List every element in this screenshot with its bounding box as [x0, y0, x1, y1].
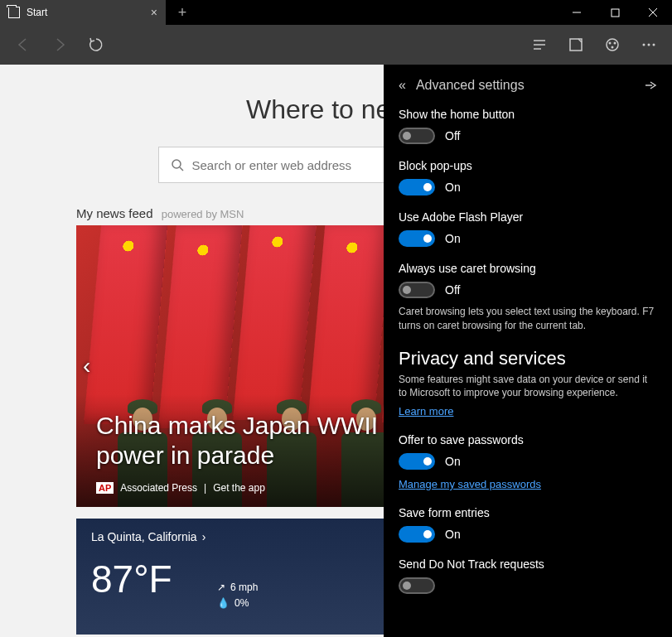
toggle-switch[interactable]: [399, 128, 435, 144]
toggle-switch[interactable]: [399, 453, 435, 470]
hero-prev-button[interactable]: ‹: [83, 353, 90, 379]
toolbar: [0, 25, 672, 65]
toggle-state: Off: [445, 129, 460, 142]
svg-point-9: [607, 39, 618, 51]
setting-a0: Show the home buttonOff: [399, 108, 657, 144]
learn-more-link[interactable]: Learn more: [399, 405, 453, 417]
new-tab-button[interactable]: +: [166, 0, 199, 25]
droplet-icon: 💧: [217, 596, 230, 611]
setting-label: Offer to save passwords: [399, 433, 657, 446]
hero-source: Associated Press: [120, 482, 197, 494]
chevron-right-icon: ›: [202, 530, 206, 543]
setting-a3: Always use caret browsingOffCaret browsi…: [399, 262, 657, 333]
setting-label: Block pop-ups: [399, 159, 657, 172]
search-icon: [171, 158, 184, 171]
setting-link[interactable]: Manage my saved passwords: [399, 478, 541, 490]
toggle-switch[interactable]: [399, 577, 435, 594]
share-button[interactable]: [596, 28, 629, 61]
svg-point-14: [648, 44, 650, 46]
toggle-switch[interactable]: [399, 179, 435, 195]
setting-label: Always use caret browsing: [399, 262, 657, 275]
toggle-switch[interactable]: [399, 230, 435, 247]
refresh-button[interactable]: [80, 28, 113, 61]
window-controls: [558, 0, 672, 25]
tab-title: Start: [27, 7, 47, 18]
feed-label: My news feed: [76, 206, 153, 220]
toggle-state: Off: [445, 283, 460, 297]
back-button[interactable]: [7, 28, 40, 61]
setting-a2: Use Adobe Flash PlayerOn: [399, 210, 657, 247]
feed-powered-by: powered by MSN: [162, 208, 244, 220]
toggle-state: On: [445, 528, 461, 541]
setting-b0: Offer to save passwordsOnManage my saved…: [399, 433, 657, 491]
setting-label: Show the home button: [399, 108, 657, 121]
svg-point-12: [612, 46, 614, 49]
panel-title: Advanced settings: [416, 78, 525, 93]
toggle-state: On: [445, 455, 461, 468]
svg-rect-1: [612, 9, 619, 17]
svg-point-13: [643, 44, 645, 46]
svg-point-15: [653, 44, 655, 46]
maximize-button[interactable]: [596, 0, 634, 25]
privacy-section-title: Privacy and services: [399, 348, 657, 369]
setting-label: Send Do Not Track requests: [399, 557, 657, 571]
panel-header: « Advanced settings: [399, 78, 657, 93]
forward-button[interactable]: [43, 28, 76, 61]
privacy-section-desc: Some features might save data on your de…: [399, 373, 657, 401]
reading-view-button[interactable]: [523, 28, 556, 61]
setting-label: Use Adobe Flash Player: [399, 210, 657, 224]
close-window-button[interactable]: [634, 0, 672, 25]
weather-card[interactable]: La Quinta, California › 87°F ↗6 mph 💧0%: [76, 519, 386, 635]
svg-point-11: [614, 42, 616, 45]
toggle-state: On: [445, 181, 461, 194]
browser-tab[interactable]: Start ×: [0, 0, 166, 25]
get-app-link[interactable]: Get the app: [213, 482, 265, 494]
source-badge: AP: [96, 482, 114, 494]
settings-panel: « Advanced settings Show the home button…: [384, 65, 672, 637]
wind-icon: ↗: [217, 580, 225, 596]
setting-a1: Block pop-upsOn: [399, 159, 657, 195]
minimize-button[interactable]: [558, 0, 596, 25]
setting-desc: Caret browsing lets you select text usin…: [399, 305, 657, 333]
weather-location: La Quinta, California ›: [91, 530, 371, 543]
toggle-state: On: [445, 232, 461, 245]
back-icon[interactable]: «: [399, 78, 406, 93]
close-tab-icon[interactable]: ×: [151, 6, 157, 19]
titlebar: Start × +: [0, 0, 672, 25]
svg-line-17: [180, 167, 183, 171]
more-button[interactable]: [632, 28, 665, 61]
pin-icon[interactable]: [644, 79, 657, 92]
setting-b1: Save form entriesOn: [399, 506, 657, 543]
svg-point-16: [172, 160, 181, 168]
weather-stats: ↗6 mph 💧0%: [217, 580, 258, 611]
svg-point-10: [609, 42, 612, 45]
setting-b2: Send Do Not Track requests: [399, 557, 657, 594]
toggle-switch[interactable]: [399, 526, 435, 543]
setting-label: Save form entries: [399, 506, 657, 519]
tab-icon: [8, 7, 20, 18]
web-note-button[interactable]: [559, 28, 592, 61]
toggle-switch[interactable]: [399, 282, 435, 298]
